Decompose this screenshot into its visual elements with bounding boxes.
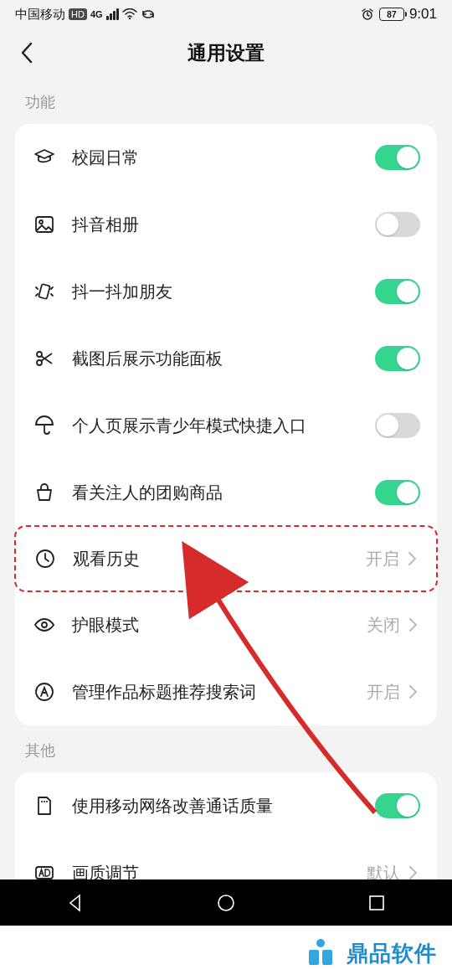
letter-a-icon: [32, 679, 57, 704]
hd-badge-icon: HD: [69, 8, 87, 20]
eye-icon: [32, 612, 57, 637]
toggle-shake[interactable]: [375, 279, 420, 304]
row-label: 看关注人的团购商品: [72, 482, 375, 504]
row-group[interactable]: 看关注人的团购商品: [15, 459, 437, 526]
row-value: 开启: [367, 681, 400, 704]
toggle-campus[interactable]: [375, 145, 420, 170]
nav-home-button[interactable]: [213, 890, 239, 916]
row-campus[interactable]: 校园日常: [15, 124, 437, 191]
image-icon: [32, 212, 57, 237]
row-label: 截图后展示功能面板: [72, 348, 375, 370]
sim-icon: [32, 793, 57, 818]
battery-percent: 87: [387, 10, 396, 19]
bag-icon: [32, 480, 57, 505]
scissors-icon: [32, 346, 57, 371]
row-value: 开启: [366, 548, 399, 570]
wifi-icon: [122, 8, 137, 20]
card-func: 校园日常 抖音相册 抖一抖加朋友 截图后展示功能面板 个人页展示青少年模式快捷入…: [15, 124, 437, 725]
row-history[interactable]: 观看历史 开启: [14, 525, 438, 592]
row-youth[interactable]: 个人页展示青少年模式快捷入口: [15, 392, 437, 459]
toggle-album[interactable]: [375, 212, 420, 237]
back-button[interactable]: [13, 39, 40, 66]
nav-back-button[interactable]: [63, 890, 88, 916]
toggle-mobile[interactable]: [375, 793, 420, 818]
network-gen: 4G: [90, 9, 103, 19]
row-label: 护眼模式: [72, 614, 367, 637]
chevron-right-icon: [404, 551, 419, 566]
umbrella-icon: [32, 413, 57, 438]
android-navbar: [0, 879, 452, 926]
svg-rect-2: [36, 217, 53, 232]
status-left: 中国移动 HD 4G: [15, 7, 156, 23]
row-label: 抖一抖加朋友: [72, 281, 375, 303]
svg-rect-12: [370, 896, 383, 910]
row-label: 管理作品标题推荐搜索词: [72, 681, 367, 704]
nav-recent-button[interactable]: [364, 890, 389, 916]
graduation-cap-icon: [32, 145, 57, 170]
row-label: 观看历史: [73, 548, 366, 570]
svg-rect-4: [39, 284, 50, 299]
battery-icon: 87: [379, 8, 404, 21]
svg-point-13: [316, 939, 325, 947]
clock-label: 9:01: [409, 6, 437, 23]
chevron-left-icon: [20, 42, 33, 64]
row-album[interactable]: 抖音相册: [15, 191, 437, 258]
row-shake[interactable]: 抖一抖加朋友: [15, 258, 437, 325]
brand-logo-icon: [303, 936, 338, 971]
chevron-right-icon: [405, 617, 420, 632]
row-screenshot[interactable]: 截图后展示功能面板: [15, 325, 437, 392]
svg-point-3: [39, 220, 43, 224]
toggle-youth[interactable]: [375, 413, 420, 438]
alarm-icon: [361, 8, 374, 21]
row-label: 校园日常: [72, 147, 375, 169]
svg-point-0: [128, 18, 130, 19]
row-search[interactable]: 管理作品标题推荐搜索词 开启: [15, 658, 437, 725]
chevron-right-icon: [405, 865, 420, 880]
watermark-footer: 鼎品软件: [0, 926, 452, 980]
svg-point-8: [42, 622, 47, 627]
svg-point-11: [218, 895, 234, 910]
brand-label: 鼎品软件: [347, 939, 437, 968]
status-right: 87 9:01: [361, 6, 437, 23]
sync-icon: [141, 8, 156, 20]
row-value: 关闭: [367, 614, 400, 637]
clock-icon: [33, 546, 58, 571]
row-eye[interactable]: 护眼模式 关闭: [15, 591, 437, 658]
page-title: 通用设置: [187, 40, 265, 66]
signal-icon: [106, 8, 119, 20]
toggle-screenshot[interactable]: [375, 346, 420, 371]
section-label-other: 其他: [0, 725, 452, 772]
status-bar: 中国移动 HD 4G 87 9:01: [0, 0, 452, 28]
carrier-label: 中国移动: [15, 7, 65, 23]
svg-rect-14: [309, 950, 319, 965]
svg-rect-15: [322, 950, 332, 965]
row-mobile[interactable]: 使用移动网络改善通话质量: [15, 772, 437, 839]
section-label-func: 功能: [0, 77, 452, 124]
shake-icon: [32, 279, 57, 304]
header: 通用设置: [0, 28, 452, 77]
row-label: 抖音相册: [72, 214, 375, 236]
row-label: 个人页展示青少年模式快捷入口: [72, 415, 375, 437]
row-label: 使用移动网络改善通话质量: [72, 795, 375, 818]
toggle-group[interactable]: [375, 480, 420, 505]
chevron-right-icon: [405, 684, 420, 699]
